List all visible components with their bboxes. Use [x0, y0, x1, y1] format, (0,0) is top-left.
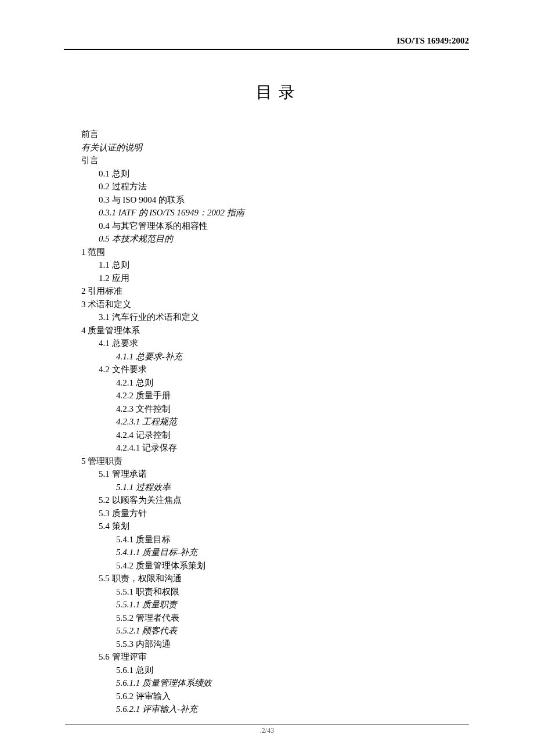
toc-entry: 5 管理职责: [81, 455, 470, 468]
toc-entry: 4.1.1 总要求-补充: [81, 350, 470, 363]
page-title: 目 录: [81, 81, 470, 103]
toc-entry: 引言: [81, 154, 470, 167]
toc-entry: 3.1 汽车行业的术语和定义: [81, 311, 470, 324]
toc-entry: 前言: [81, 128, 470, 141]
toc-entry: 3 术语和定义: [81, 298, 470, 311]
toc-entry: 1.2 应用: [81, 272, 470, 285]
toc-entry: 4 质量管理体系: [81, 324, 470, 337]
table-of-contents: 前言有关认证的说明引言0.1 总则0.2 过程方法0.3 与 ISO 9004 …: [81, 128, 470, 716]
toc-entry: 0.1 总则: [81, 167, 470, 181]
toc-entry: 4.2.4 记录控制: [81, 429, 470, 442]
toc-entry: 5.4 策划: [81, 520, 470, 533]
toc-entry: 5.6.2 评审输入: [81, 690, 470, 703]
header-doc-id: ISO/TS 16949:2002: [396, 36, 469, 46]
toc-entry: 2 引用标准: [81, 285, 470, 298]
toc-entry: 5.4.1 质量目标: [81, 533, 470, 546]
toc-entry: 5.1.1 过程效率: [81, 481, 470, 494]
toc-entry: 1.1 总则: [81, 258, 470, 272]
toc-entry: 5.5.1.1 质量职责: [81, 598, 470, 611]
toc-entry: 有关认证的说明: [81, 141, 470, 154]
toc-entry: 5.1 管理承诺: [81, 467, 470, 481]
toc-entry: 5.3 质量方针: [81, 507, 470, 520]
toc-entry: 4.2.3 文件控制: [81, 402, 470, 416]
header-rule: [64, 49, 469, 50]
toc-entry: 5.5.2.1 顾客代表: [81, 624, 470, 638]
toc-entry: 5.2 以顾客为关注焦点: [81, 494, 470, 507]
toc-entry: 5.5.3 内部沟通: [81, 638, 470, 651]
toc-entry: 5.5 职责，权限和沟通: [81, 572, 470, 585]
toc-entry: 5.4.1.1 质量目标-补充: [81, 546, 470, 559]
toc-entry: 5.5.2 管理者代表: [81, 611, 470, 625]
toc-entry: 0.3 与 ISO 9004 的联系: [81, 193, 470, 207]
toc-entry: 5.6.1.1 质量管理体系绩效: [81, 676, 470, 690]
toc-entry: 0.2 过程方法: [81, 180, 470, 193]
footer-page-number: .2/43: [0, 726, 534, 735]
toc-entry: 4.2.3.1 工程规范: [81, 415, 470, 429]
toc-entry: 5.6.2.1 评审输入-补充: [81, 703, 470, 716]
toc-entry: 5.5.1 职责和权限: [81, 585, 470, 599]
page-body: 目 录 前言有关认证的说明引言0.1 总则0.2 过程方法0.3 与 ISO 9…: [0, 0, 534, 739]
footer-rule: [65, 724, 469, 725]
toc-entry: 5.6.1 总则: [81, 664, 470, 677]
toc-entry: 0.5 本技术规范目的: [81, 232, 470, 246]
toc-entry: 4.2.2 质量手册: [81, 389, 470, 402]
toc-entry: 4.2.1 总则: [81, 376, 470, 390]
toc-entry: 0.3.1 IATF 的 ISO/TS 16949：2002 指南: [81, 206, 470, 219]
toc-entry: 4.2.4.1 记录保存: [81, 441, 470, 455]
toc-entry: 5.6 管理评审: [81, 650, 470, 664]
toc-entry: 5.4.2 质量管理体系策划: [81, 559, 470, 573]
toc-entry: 4.2 文件要求: [81, 363, 470, 376]
toc-entry: 4.1 总要求: [81, 337, 470, 350]
toc-entry: 0.4 与其它管理体系的相容性: [81, 219, 470, 233]
toc-entry: 1 范围: [81, 246, 470, 259]
